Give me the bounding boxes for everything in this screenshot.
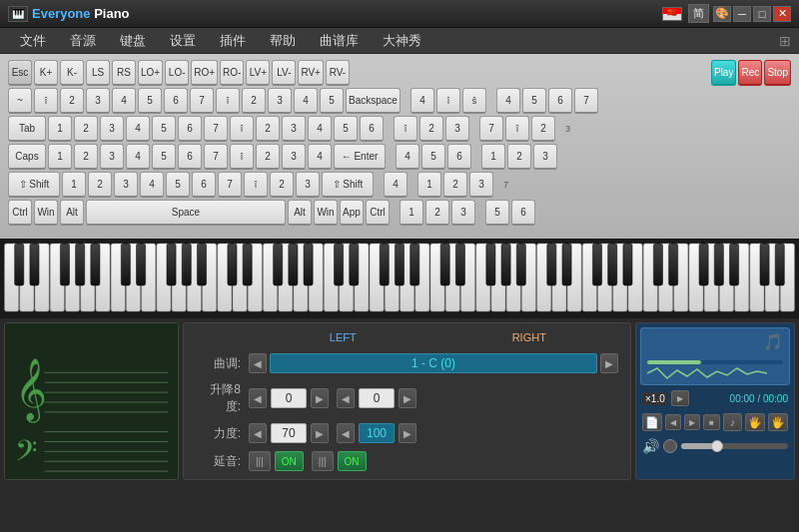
key-2-13[interactable]: 6 (360, 116, 384, 142)
key-n27[interactable]: 1 (400, 200, 423, 226)
tool-stop2-btn[interactable]: ■ (703, 414, 719, 430)
tool-hand-blue-btn[interactable]: 🖐 (768, 413, 788, 431)
legato-l-on[interactable]: ON (275, 451, 304, 471)
key-n7[interactable]: 4 (496, 88, 520, 114)
key-3-6[interactable]: 6 (178, 144, 202, 170)
key-4-2[interactable]: 2 (88, 172, 112, 198)
key-esc[interactable]: Esc (8, 60, 32, 86)
key-1-2[interactable]: 2 (60, 88, 84, 114)
key-n4[interactable]: 4 (410, 88, 434, 114)
key-tab[interactable]: Tab (8, 116, 46, 142)
key-2-5[interactable]: 5 (152, 116, 176, 142)
vel-l-left[interactable]: ◀ (249, 423, 267, 443)
key-n23[interactable]: 4 (384, 172, 407, 198)
menu-file[interactable]: 文件 (8, 28, 58, 54)
menu-godshow[interactable]: 大神秀 (371, 28, 433, 54)
key-lshift[interactable]: ⇧ Shift (8, 172, 60, 198)
tool-file-btn[interactable]: 📄 (642, 413, 662, 431)
key-rs[interactable]: RS (112, 60, 136, 86)
key-lo-minus[interactable]: LO- (165, 60, 189, 86)
key-n25[interactable]: 2 (443, 172, 467, 198)
key-n28[interactable]: 2 (425, 200, 449, 226)
key-space[interactable]: Space (86, 200, 286, 226)
key-2-6[interactable]: 6 (178, 116, 202, 142)
key-k-minus[interactable]: K- (60, 60, 84, 86)
key-4-6[interactable]: 6 (192, 172, 216, 198)
key-n26[interactable]: 3 (469, 172, 493, 198)
key-4-8[interactable]: î (244, 172, 268, 198)
key-n17[interactable]: 4 (396, 144, 419, 170)
key-1-10[interactable]: 3 (268, 88, 292, 114)
key-4-5[interactable]: 5 (166, 172, 190, 198)
menu-help[interactable]: 帮助 (258, 28, 308, 54)
key-1-4[interactable]: 4 (112, 88, 136, 114)
key-n12[interactable]: 2 (419, 116, 443, 142)
key-n18[interactable]: 5 (421, 144, 445, 170)
key-2-1[interactable]: 1 (48, 116, 72, 142)
menu-scores[interactable]: 曲谱库 (308, 28, 371, 54)
semitone-l-right[interactable]: ▶ (311, 388, 329, 408)
key-3-5[interactable]: 5 (152, 144, 176, 170)
key-n14[interactable]: 7 (479, 116, 503, 142)
key-4-10[interactable]: 3 (296, 172, 320, 198)
key-n15[interactable]: î (505, 116, 529, 142)
menu-keyboard[interactable]: 键盘 (108, 28, 158, 54)
key-n9[interactable]: 6 (548, 88, 572, 114)
key-2-7[interactable]: 7 (204, 116, 228, 142)
key-1-6[interactable]: 6 (164, 88, 188, 114)
tool-prev-btn[interactable]: ◀ (665, 414, 681, 430)
key-k-plus[interactable]: K+ (34, 60, 58, 86)
vel-r-right[interactable]: ▶ (399, 423, 416, 443)
key-n21[interactable]: 2 (507, 144, 531, 170)
key-lctrl[interactable]: Ctrl (8, 200, 32, 226)
legato-r-btn[interactable]: ||| (312, 451, 334, 471)
key-n8[interactable]: 5 (522, 88, 546, 114)
vel-l-right[interactable]: ▶ (311, 423, 329, 443)
key-n10[interactable]: 7 (574, 88, 598, 114)
key-3-7[interactable]: 7 (204, 144, 228, 170)
key-lv-plus[interactable]: LV+ (246, 60, 270, 86)
key-2-10[interactable]: 3 (282, 116, 306, 142)
key-4-9[interactable]: 2 (270, 172, 294, 198)
close-button[interactable]: ✕ (773, 6, 791, 22)
key-1-8[interactable]: î (216, 88, 240, 114)
legato-r-on[interactable]: ON (338, 451, 367, 471)
key-rshift[interactable]: ⇧ Shift (322, 172, 374, 198)
key-3-8[interactable]: î (230, 144, 254, 170)
key-lo-plus[interactable]: LO+ (138, 60, 163, 86)
menu-settings[interactable]: 设置 (158, 28, 208, 54)
maximize-button[interactable]: □ (753, 6, 771, 22)
key-1-3[interactable]: 3 (86, 88, 110, 114)
key-rv-plus[interactable]: RV+ (298, 60, 324, 86)
key-ro-minus[interactable]: RO- (220, 60, 244, 86)
key-1-7[interactable]: 7 (190, 88, 214, 114)
key-n11[interactable]: î (394, 116, 417, 142)
lang-button[interactable]: 简 (688, 4, 709, 23)
minimize-button[interactable]: ─ (733, 6, 751, 22)
stop-button[interactable]: Stop (764, 60, 791, 86)
key-n22[interactable]: 3 (533, 144, 557, 170)
tool-midi-btn[interactable]: ♪ (723, 413, 743, 431)
key-n16[interactable]: 2 (531, 116, 555, 142)
key-1-12[interactable]: 5 (320, 88, 344, 114)
key-3-9[interactable]: 2 (256, 144, 280, 170)
key-tilde[interactable]: ~ (8, 88, 32, 114)
key-enter[interactable]: ← Enter (334, 144, 386, 170)
play-transport-btn[interactable]: ▶ (671, 390, 689, 406)
key-rctrl[interactable]: Ctrl (366, 200, 390, 226)
key-backspace[interactable]: Backspace (346, 88, 400, 114)
key-rv-minus[interactable]: RV- (326, 60, 350, 86)
key-3-4[interactable]: 4 (126, 144, 150, 170)
semitone-r-right[interactable]: ▶ (399, 388, 416, 408)
vol-knob[interactable] (663, 439, 677, 453)
key-lwin[interactable]: Win (34, 200, 58, 226)
key-n31[interactable]: 6 (511, 200, 535, 226)
key-4-3[interactable]: 3 (114, 172, 138, 198)
key-2-4[interactable]: 4 (126, 116, 150, 142)
key-3-10[interactable]: 3 (282, 144, 306, 170)
key-4-1[interactable]: 1 (62, 172, 86, 198)
key-n24[interactable]: 1 (417, 172, 441, 198)
key-ro-plus[interactable]: RO+ (191, 60, 218, 86)
key-lalt[interactable]: Alt (60, 200, 84, 226)
skin-button[interactable]: 🎨 (713, 6, 731, 22)
